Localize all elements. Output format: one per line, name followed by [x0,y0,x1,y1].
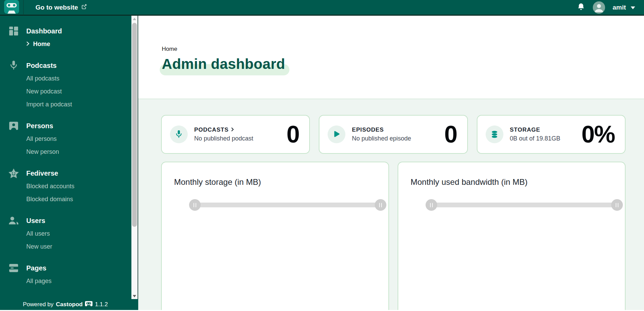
user-menu[interactable]: amit [613,4,635,11]
version-label: 1.1.2 [95,301,108,308]
sidebar-heading-dashboard[interactable]: Dashboard [9,25,138,38]
sidebar-item-all-pages[interactable]: All pages [26,275,138,287]
sidebar-item-label: New user [26,243,52,250]
stat-label: STORAGE [510,127,540,133]
page-title: Admin dashboard [162,56,285,72]
sidebar-heading-podcasts[interactable]: Podcasts [9,59,138,72]
breadcrumb[interactable]: Home [162,46,177,53]
sidebar-item-label: All pages [26,278,52,285]
scroll-down-button[interactable] [131,293,138,299]
sidebar-item-label: Blocked accounts [26,183,74,190]
database-icon [486,125,503,143]
user-avatar[interactable] [593,1,605,14]
external-link-icon [81,4,87,11]
slider-handle-left[interactable] [189,199,201,211]
sidebar-item-new-person[interactable]: New person [26,145,138,158]
sidebar-section-fediverse: Fediverse Blocked accounts Blocked domai… [9,167,138,206]
podcasts-link[interactable]: PODCASTS [194,127,253,133]
fediverse-star-icon [9,168,19,178]
cassette-icon [4,0,19,15]
stat-value: 0 [444,122,457,146]
chart-range-slider [431,199,617,211]
sidebar-heading-persons[interactable]: Persons [9,119,138,132]
app-topbar: Go to website amit [0,0,644,16]
page-header: Home Admin dashboard [138,16,644,99]
stat-subtitle: No published podcast [194,135,253,142]
chevron-down-icon [631,4,635,11]
sidebar-item-import-a-podcast[interactable]: Import a podcast [26,98,138,111]
sidebar-item-label: All persons [26,135,57,143]
castopod-link[interactable]: Castopod [56,301,83,308]
main-content: Home Admin dashboard [138,16,644,310]
play-icon [328,125,345,143]
episodes-label-row: EPISODES [352,127,411,133]
go-to-website-label: Go to website [35,4,78,11]
sidebar-footer: Powered by Castopod 1.1.2 [0,299,131,310]
slider-handle-right[interactable] [375,199,386,211]
person-folder-icon [9,121,19,130]
sidebar-item-new-podcast[interactable]: New podcast [26,85,138,98]
sidebar-item-blocked-domains[interactable]: Blocked domains [26,193,138,206]
slider-handle-right[interactable] [611,199,623,211]
chart-title: Monthly used bandwidth (in MB) [411,177,625,187]
cassette-icon-small [85,301,92,308]
sidebar-item-all-podcasts[interactable]: All podcasts [26,72,138,85]
sidebar-section-dashboard: Dashboard Home [9,25,138,50]
pages-icon [9,264,19,272]
chevron-right-icon [26,41,29,48]
charts-row: Monthly storage (in MB) Monthly used ban… [161,162,626,310]
sidebar-section-persons: Persons All persons New person [9,119,138,158]
stat-label: PODCASTS [194,127,229,133]
castopod-logo[interactable] [0,0,24,15]
sidebar-scrollbar[interactable] [131,16,138,299]
sidebar-heading-fediverse[interactable]: Fediverse [9,167,138,180]
sidebar-section-pages: Pages All pages [9,262,138,287]
scroll-up-button[interactable] [131,16,138,22]
sidebar-heading-label: Fediverse [26,169,58,177]
sidebar-item-new-user[interactable]: New user [26,240,138,253]
sidebar-section-podcasts: Podcasts All podcasts New podcast Import… [9,59,138,111]
scrollbar-thumb[interactable] [132,23,137,227]
sidebar-nav: Dashboard Home [0,16,138,287]
sidebar-item-label: All users [26,230,50,237]
dashboard-content: PODCASTS No published podcast 0 [138,99,644,310]
microphone-icon [9,60,19,71]
chart-card-monthly-bandwidth: Monthly used bandwidth (in MB) [398,162,626,310]
sidebar-section-users: Users All users New user [9,214,138,253]
sidebar: Dashboard Home [0,16,138,310]
stat-label: EPISODES [352,127,384,133]
chart-range-slider [195,199,381,211]
microphone-icon [170,125,188,143]
slider-track[interactable] [431,203,617,207]
dashboard-icon [9,26,19,36]
sidebar-heading-label: Podcasts [26,62,57,70]
chevron-right-icon [231,127,234,133]
sidebar-item-label: New podcast [26,88,62,95]
sidebar-item-all-persons[interactable]: All persons [26,132,138,145]
stat-card-storage: STORAGE 0B out of 19.81GB 0% [477,115,626,154]
sidebar-item-label: Blocked domains [26,196,73,203]
avatar-person-icon [594,3,604,14]
sidebar-heading-users[interactable]: Users [9,214,138,227]
stat-subtitle: No published episode [352,135,411,142]
slider-track[interactable] [195,203,381,207]
username-label: amit [613,4,626,11]
chart-card-monthly-storage: Monthly storage (in MB) [161,162,389,310]
notification-bell-icon[interactable] [577,2,585,13]
sidebar-heading-label: Dashboard [26,27,62,35]
powered-by-label: Powered by [23,301,54,308]
stat-card-podcasts: PODCASTS No published podcast 0 [161,115,310,154]
sidebar-item-home[interactable]: Home [26,38,138,50]
chart-title: Monthly storage (in MB) [174,177,388,187]
sidebar-heading-label: Persons [26,122,53,130]
stats-row: PODCASTS No published podcast 0 [161,115,626,154]
go-to-website-link[interactable]: Go to website [35,4,87,11]
slider-handle-left[interactable] [426,199,437,211]
sidebar-heading-pages[interactable]: Pages [9,262,138,275]
sidebar-item-all-users[interactable]: All users [26,227,138,240]
sidebar-item-label: New person [26,148,59,156]
sidebar-item-blocked-accounts[interactable]: Blocked accounts [26,180,138,193]
sidebar-item-label: Home [33,41,50,48]
topbar-right-controls: amit [577,1,644,14]
sidebar-item-label: All podcasts [26,75,59,82]
